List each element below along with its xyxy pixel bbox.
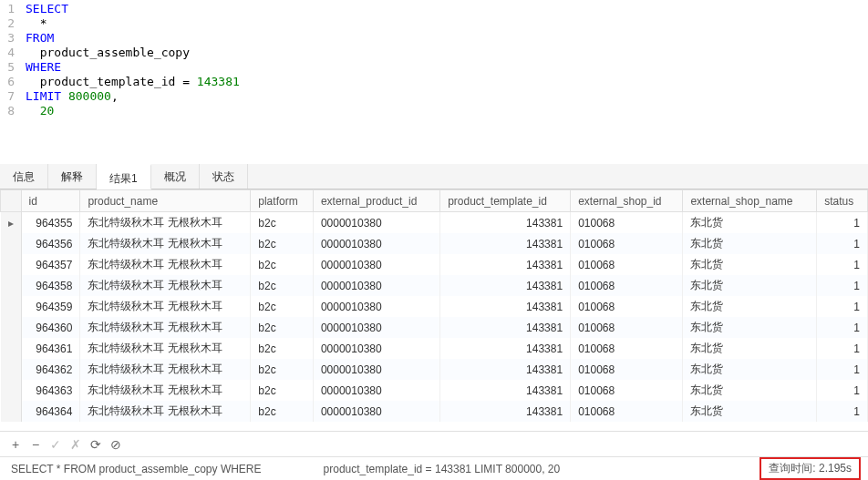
remove-row-button[interactable]: − — [27, 436, 44, 453]
table-row[interactable]: 964356东北特级秋木耳 无根秋木耳b2c000001038014338101… — [1, 233, 868, 254]
cell-external_shop_name[interactable]: 东北货 — [683, 359, 817, 380]
cell-status[interactable]: 1 — [817, 317, 868, 338]
cell-platform[interactable]: b2c — [251, 254, 314, 275]
cell-platform[interactable]: b2c — [251, 359, 314, 380]
cell-platform[interactable]: b2c — [251, 212, 314, 234]
cell-id[interactable]: 964363 — [21, 380, 80, 401]
cell-product_name[interactable]: 东北特级秋木耳 无根秋木耳 — [80, 212, 251, 234]
cell-external_shop_id[interactable]: 010068 — [571, 359, 683, 380]
confirm-button[interactable]: ✓ — [47, 436, 64, 453]
table-row[interactable]: 964357东北特级秋木耳 无根秋木耳b2c000001038014338101… — [1, 254, 868, 275]
cell-external_product_id[interactable]: 0000010380 — [313, 212, 439, 234]
cell-platform[interactable]: b2c — [251, 338, 314, 359]
cell-product_template_id[interactable]: 143381 — [440, 401, 571, 422]
code-area[interactable]: SELECT *FROM product_assemble_copyWHERE … — [22, 0, 243, 164]
cell-product_template_id[interactable]: 143381 — [440, 380, 571, 401]
cell-product_name[interactable]: 东北特级秋木耳 无根秋木耳 — [80, 275, 251, 296]
col-external_shop_id[interactable]: external_shop_id — [571, 190, 683, 212]
sql-editor[interactable]: 12345678 SELECT *FROM product_assemble_c… — [0, 0, 868, 164]
tab-2[interactable]: 结果1 — [97, 164, 151, 189]
cell-external_product_id[interactable]: 0000010380 — [313, 233, 439, 254]
tab-0[interactable]: 信息 — [0, 164, 48, 189]
cell-product_name[interactable]: 东北特级秋木耳 无根秋木耳 — [80, 254, 251, 275]
cell-external_product_id[interactable]: 0000010380 — [313, 254, 439, 275]
table-row[interactable]: 964361东北特级秋木耳 无根秋木耳b2c000001038014338101… — [1, 338, 868, 359]
cell-external_shop_id[interactable]: 010068 — [571, 338, 683, 359]
result-table-wrap[interactable]: idproduct_nameplatformexternal_product_i… — [0, 189, 868, 422]
cell-platform[interactable]: b2c — [251, 233, 314, 254]
col-external_shop_name[interactable]: external_shop_name — [683, 190, 817, 212]
cell-status[interactable]: 1 — [817, 212, 868, 234]
cell-status[interactable]: 1 — [817, 254, 868, 275]
cell-external_shop_name[interactable]: 东北货 — [683, 338, 817, 359]
table-row[interactable]: 964359东北特级秋木耳 无根秋木耳b2c000001038014338101… — [1, 296, 868, 317]
cell-platform[interactable]: b2c — [251, 317, 314, 338]
tab-1[interactable]: 解释 — [48, 164, 97, 189]
table-row[interactable]: 964364东北特级秋木耳 无根秋木耳b2c000001038014338101… — [1, 401, 868, 422]
cell-id[interactable]: 964355 — [21, 212, 80, 234]
cell-product_name[interactable]: 东北特级秋木耳 无根秋木耳 — [80, 380, 251, 401]
col-platform[interactable]: platform — [251, 190, 314, 212]
cell-id[interactable]: 964357 — [21, 254, 80, 275]
cell-product_template_id[interactable]: 143381 — [440, 275, 571, 296]
cell-product_name[interactable]: 东北特级秋木耳 无根秋木耳 — [80, 401, 251, 422]
table-row[interactable]: 964363东北特级秋木耳 无根秋木耳b2c000001038014338101… — [1, 380, 868, 401]
cell-status[interactable]: 1 — [817, 275, 868, 296]
table-row[interactable]: 964358东北特级秋木耳 无根秋木耳b2c000001038014338101… — [1, 275, 868, 296]
cell-external_product_id[interactable]: 0000010380 — [313, 380, 439, 401]
cell-id[interactable]: 964364 — [21, 401, 80, 422]
cell-external_product_id[interactable]: 0000010380 — [313, 401, 439, 422]
cell-external_shop_id[interactable]: 010068 — [571, 380, 683, 401]
col-status[interactable]: status — [817, 190, 868, 212]
cell-id[interactable]: 964360 — [21, 317, 80, 338]
add-row-button[interactable]: + — [7, 436, 24, 453]
cell-external_shop_name[interactable]: 东北货 — [683, 296, 817, 317]
cell-product_name[interactable]: 东北特级秋木耳 无根秋木耳 — [80, 233, 251, 254]
cancel-button[interactable]: ✗ — [67, 436, 84, 453]
cell-product_template_id[interactable]: 143381 — [440, 317, 571, 338]
cell-product_name[interactable]: 东北特级秋木耳 无根秋木耳 — [80, 338, 251, 359]
cell-external_product_id[interactable]: 0000010380 — [313, 359, 439, 380]
table-row[interactable]: 964362东北特级秋木耳 无根秋木耳b2c000001038014338101… — [1, 359, 868, 380]
col-external_product_id[interactable]: external_product_id — [313, 190, 439, 212]
cell-status[interactable]: 1 — [817, 401, 868, 422]
cell-external_shop_name[interactable]: 东北货 — [683, 212, 817, 234]
table-row[interactable]: ▸964355东北特级秋木耳 无根秋木耳b2c00000103801433810… — [1, 212, 868, 234]
col-product_name[interactable]: product_name — [80, 190, 251, 212]
cell-external_shop_id[interactable]: 010068 — [571, 212, 683, 234]
cell-status[interactable]: 1 — [817, 380, 868, 401]
tab-4[interactable]: 状态 — [200, 164, 248, 189]
cell-external_shop_id[interactable]: 010068 — [571, 317, 683, 338]
cell-id[interactable]: 964362 — [21, 359, 80, 380]
cell-product_name[interactable]: 东北特级秋木耳 无根秋木耳 — [80, 359, 251, 380]
cell-product_template_id[interactable]: 143381 — [440, 212, 571, 234]
cell-external_shop_name[interactable]: 东北货 — [683, 275, 817, 296]
cell-product_template_id[interactable]: 143381 — [440, 296, 571, 317]
cell-external_shop_name[interactable]: 东北货 — [683, 317, 817, 338]
stop-button[interactable]: ⊘ — [108, 436, 124, 453]
cell-external_product_id[interactable]: 0000010380 — [313, 296, 439, 317]
refresh-button[interactable]: ⟳ — [88, 436, 104, 453]
cell-status[interactable]: 1 — [817, 296, 868, 317]
cell-product_template_id[interactable]: 143381 — [440, 359, 571, 380]
cell-external_shop_name[interactable]: 东北货 — [683, 254, 817, 275]
cell-external_shop_name[interactable]: 东北货 — [683, 233, 817, 254]
cell-external_shop_name[interactable]: 东北货 — [683, 401, 817, 422]
tab-3[interactable]: 概况 — [151, 164, 200, 189]
cell-status[interactable]: 1 — [817, 359, 868, 380]
cell-external_product_id[interactable]: 0000010380 — [313, 317, 439, 338]
cell-platform[interactable]: b2c — [251, 401, 314, 422]
cell-external_product_id[interactable]: 0000010380 — [313, 338, 439, 359]
cell-platform[interactable]: b2c — [251, 296, 314, 317]
cell-external_shop_id[interactable]: 010068 — [571, 275, 683, 296]
cell-external_shop_id[interactable]: 010068 — [571, 254, 683, 275]
cell-id[interactable]: 964356 — [21, 233, 80, 254]
cell-platform[interactable]: b2c — [251, 380, 314, 401]
cell-id[interactable]: 964358 — [21, 275, 80, 296]
cell-product_name[interactable]: 东北特级秋木耳 无根秋木耳 — [80, 296, 251, 317]
cell-platform[interactable]: b2c — [251, 275, 314, 296]
cell-external_shop_id[interactable]: 010068 — [571, 401, 683, 422]
cell-product_template_id[interactable]: 143381 — [440, 233, 571, 254]
cell-product_name[interactable]: 东北特级秋木耳 无根秋木耳 — [80, 317, 251, 338]
cell-external_product_id[interactable]: 0000010380 — [313, 275, 439, 296]
